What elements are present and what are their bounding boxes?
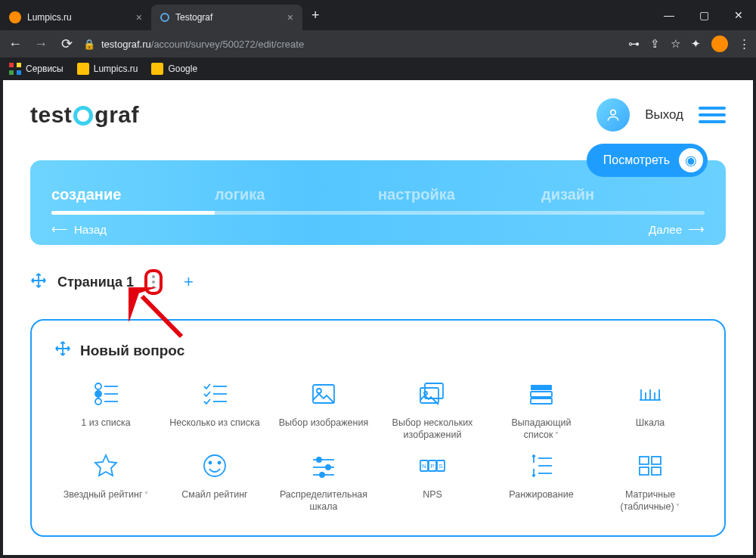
banner-back[interactable]: ⟵ Назад [51, 222, 107, 236]
new-question-card: Новый вопрос 1 из списка Несколько из сп… [30, 319, 726, 537]
key-icon[interactable]: ⊶ [628, 37, 640, 51]
svg-rect-43 [652, 457, 661, 464]
banner-next[interactable]: Далее ⟶ [649, 222, 705, 236]
tab-lumpics[interactable]: Lumpics.ru × [0, 5, 151, 30]
qtype-nps[interactable]: NPS NPS [381, 451, 484, 513]
favicon-lumpics [9, 11, 21, 23]
user-icon [606, 107, 621, 122]
svg-rect-45 [652, 467, 661, 475]
bookmark-apps[interactable]: Сервисы [9, 63, 64, 75]
star-icon[interactable]: ☆ [671, 37, 680, 51]
eye-icon: ◉ [679, 148, 703, 172]
minimize-button[interactable]: — [652, 0, 686, 30]
progress-bar [51, 211, 705, 215]
step-logic[interactable]: логика [215, 186, 378, 203]
url-field[interactable]: 🔒 testograf.ru/account/survey/500272/edi… [83, 39, 621, 50]
close-button[interactable]: ✕ [721, 0, 756, 30]
multi-image-icon [417, 379, 448, 409]
preview-button[interactable]: Посмотреть ◉ [587, 144, 708, 177]
dropdown-icon [526, 379, 556, 409]
qtype-smile-rating[interactable]: Смайл рейтинг [163, 451, 266, 513]
forward-button[interactable]: → [32, 36, 50, 52]
svg-point-24 [204, 455, 225, 476]
site-header: testgraf Выход [3, 80, 753, 150]
svg-point-28 [317, 457, 321, 462]
qtype-matrix[interactable]: Матричные (табличные) [599, 451, 702, 513]
url-host: testograf.ru [101, 39, 151, 50]
page-title: Страница 1 [57, 274, 134, 290]
page-content[interactable]: testgraf Выход Посмотреть ◉ создание лог… [3, 80, 753, 555]
svg-rect-42 [640, 457, 649, 464]
logo-o-icon [73, 106, 93, 126]
logo[interactable]: testgraf [30, 102, 139, 128]
multi-choice-icon [200, 379, 230, 409]
qtype-star-rating[interactable]: Звездный рейтинг [54, 451, 157, 513]
svg-rect-13 [420, 388, 438, 403]
svg-point-14 [424, 392, 427, 395]
move-icon[interactable] [54, 340, 71, 361]
qtype-dropdown[interactable]: Выпадающий список [490, 379, 593, 442]
single-choice-icon [91, 379, 121, 409]
reload-button[interactable]: ⟳ [57, 36, 76, 52]
menu-icon[interactable]: ⋮ [739, 37, 750, 51]
add-page-button[interactable]: + [184, 272, 194, 292]
smile-icon [200, 451, 230, 481]
svg-point-26 [218, 461, 221, 463]
step-design[interactable]: дизайн [541, 186, 705, 203]
tab-label: Testograf [175, 12, 212, 23]
bookmark-google[interactable]: Google [151, 63, 197, 75]
back-button[interactable]: ← [6, 36, 24, 52]
bookmarks-bar: Сервисы Lumpics.ru Google [0, 57, 756, 80]
image-icon [308, 379, 339, 409]
svg-point-30 [326, 465, 330, 470]
ranking-icon [526, 451, 556, 481]
page-viewport: testgraf Выход Посмотреть ◉ создание лог… [3, 80, 753, 555]
favicon-testograf [160, 13, 169, 22]
apps-icon [9, 63, 21, 75]
slider-icon [308, 451, 339, 481]
profile-button[interactable] [596, 98, 630, 132]
bookmark-lumpics[interactable]: Lumpics.ru [77, 63, 138, 75]
step-settings[interactable]: настройка [378, 186, 541, 203]
extensions-icon[interactable]: ✦ [691, 37, 701, 51]
svg-point-0 [611, 110, 616, 115]
maximize-button[interactable]: ▢ [686, 0, 721, 30]
qtype-image-choice[interactable]: Выбор изображения [272, 379, 375, 442]
qtype-single-choice[interactable]: 1 из списка [54, 379, 157, 442]
page-options-button[interactable] [144, 269, 163, 295]
folder-icon [77, 63, 89, 75]
svg-point-1 [95, 383, 101, 389]
svg-point-32 [320, 473, 324, 477]
qtype-multi-choice[interactable]: Несколько из списка [163, 379, 266, 442]
svg-point-3 [95, 391, 101, 397]
matrix-icon [635, 451, 665, 481]
svg-point-5 [95, 398, 101, 405]
qtype-distribution[interactable]: Распределительная шкала [272, 451, 375, 513]
folder-icon [151, 63, 163, 75]
nps-icon: NPS [417, 451, 448, 481]
new-tab-button[interactable]: + [302, 8, 329, 23]
svg-rect-12 [425, 383, 443, 398]
move-icon[interactable] [30, 272, 47, 293]
menu-button[interactable] [699, 107, 726, 123]
share-icon[interactable]: ⇪ [650, 37, 660, 51]
tab-close-icon[interactable]: × [287, 11, 293, 23]
question-types-grid: 1 из списка Несколько из списка Выбор из… [54, 379, 702, 513]
tab-testograf[interactable]: Testograf × [151, 5, 302, 30]
url-path: /account/survey/500272/edit/create [151, 39, 304, 50]
qtype-ranking[interactable]: Ранжирование [490, 451, 593, 513]
tab-close-icon[interactable]: × [136, 11, 142, 23]
step-create[interactable]: создание [51, 186, 215, 203]
lock-icon: 🔒 [83, 39, 95, 50]
logout-link[interactable]: Выход [645, 107, 683, 122]
address-bar: ← → ⟳ 🔒 testograf.ru/account/survey/5002… [0, 30, 756, 57]
profile-avatar[interactable] [711, 36, 728, 52]
qtype-scale[interactable]: Шкала [599, 379, 702, 442]
window-titlebar: Lumpics.ru × Testograf × + — ▢ ✕ [0, 0, 756, 30]
card-title: Новый вопрос [80, 343, 184, 359]
star-icon [91, 451, 121, 481]
qtype-multi-image[interactable]: Выбор нескольких изображений [381, 379, 484, 442]
svg-text:P: P [430, 463, 434, 470]
svg-rect-16 [531, 392, 552, 397]
scale-icon [635, 379, 665, 409]
